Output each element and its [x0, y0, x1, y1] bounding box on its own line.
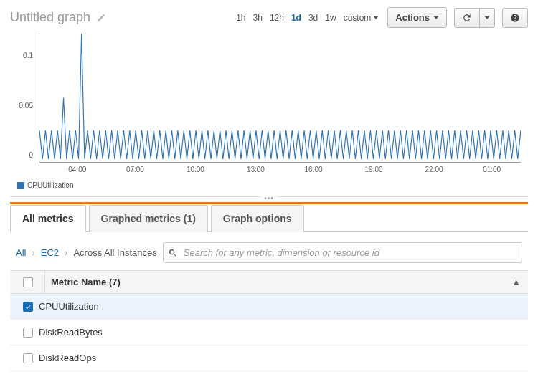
- table-row[interactable]: CPUUtilization: [10, 294, 528, 320]
- legend-swatch: [17, 182, 24, 189]
- y-tick: 0.1: [23, 52, 33, 59]
- x-tick: 16:00: [305, 166, 323, 173]
- range-12h[interactable]: 12h: [270, 13, 284, 23]
- header: Untitled graph 1h 3h 12h 1d 3d 1w custom…: [10, 7, 528, 28]
- y-tick: 0: [29, 151, 33, 159]
- table-header: Metric Name (7) ▲: [10, 271, 528, 294]
- range-1w[interactable]: 1w: [325, 13, 336, 23]
- resize-handle[interactable]: •••: [10, 196, 528, 202]
- refresh-icon: [462, 13, 472, 23]
- caret-down-icon: [484, 16, 490, 19]
- metric-name-cell: DiskReadBytes: [39, 327, 521, 338]
- x-axis: 04:00 07:00 10:00 13:00 16:00 19:00 22:0…: [39, 164, 521, 177]
- help-icon: [510, 13, 520, 23]
- search-input[interactable]: [163, 242, 522, 263]
- refresh-options-button[interactable]: [480, 8, 495, 28]
- range-1h[interactable]: 1h: [236, 13, 245, 23]
- breadcrumb-row: All › EC2 › Across All Instances: [10, 232, 528, 271]
- check-icon: [24, 303, 32, 310]
- breadcrumb-ec2[interactable]: EC2: [41, 247, 59, 258]
- search-icon: [168, 248, 178, 258]
- x-tick: 13:00: [247, 166, 265, 173]
- caret-down-icon: [373, 16, 379, 19]
- chevron-right-icon: ›: [65, 247, 67, 258]
- range-3d[interactable]: 3d: [308, 13, 318, 23]
- tab-graph-options[interactable]: Graph options: [211, 205, 304, 232]
- chart-legend: CPUUtilization: [17, 181, 528, 189]
- range-3h[interactable]: 3h: [253, 13, 263, 23]
- drag-handle-icon: •••: [261, 194, 277, 202]
- x-tick: 22:00: [425, 166, 443, 173]
- caret-down-icon: [433, 16, 439, 19]
- x-tick: 01:00: [483, 166, 501, 173]
- actions-button[interactable]: Actions: [387, 7, 447, 28]
- plot-area[interactable]: [39, 34, 521, 163]
- chart-line: [39, 34, 521, 162]
- refresh-button[interactable]: [454, 8, 480, 28]
- breadcrumb-all[interactable]: All: [16, 247, 26, 258]
- x-tick: 07:00: [126, 166, 144, 173]
- breadcrumb-current: Across All Instances: [73, 247, 156, 258]
- y-axis: 0 0.05 0.1: [10, 34, 36, 163]
- chevron-right-icon: ›: [32, 247, 34, 258]
- range-custom[interactable]: custom: [344, 13, 379, 23]
- x-tick: 04:00: [68, 166, 86, 173]
- sort-asc-icon[interactable]: ▲: [511, 277, 521, 287]
- metric-name-cell: DiskReadOps: [39, 353, 521, 363]
- x-tick: 10:00: [187, 166, 204, 173]
- select-all-checkbox[interactable]: [23, 277, 33, 287]
- table-row[interactable]: DiskReadBytes: [10, 320, 528, 345]
- range-1d[interactable]: 1d: [291, 13, 301, 23]
- table-row[interactable]: DiskReadOps: [10, 345, 528, 371]
- row-checkbox[interactable]: [23, 353, 33, 363]
- x-tick: 19:00: [365, 166, 383, 173]
- time-range-selector: 1h 3h 12h 1d 3d 1w custom: [236, 13, 379, 23]
- metric-name-cell: CPUUtilization: [39, 301, 521, 312]
- tab-all-metrics[interactable]: All metrics: [10, 205, 86, 232]
- legend-label: CPUUtilization: [27, 181, 73, 189]
- column-header-metric-name[interactable]: Metric Name (7): [51, 277, 121, 287]
- edit-title-icon[interactable]: [96, 13, 106, 23]
- help-button[interactable]: [502, 8, 528, 28]
- page-title: Untitled graph: [10, 10, 90, 25]
- row-checkbox[interactable]: [23, 328, 33, 338]
- row-checkbox[interactable]: [23, 302, 33, 312]
- tabs: All metrics Graphed metrics (1) Graph op…: [10, 202, 528, 232]
- chart: 0 0.05 0.1 04:00 07:00 10:00 13:00 16:00…: [10, 34, 521, 177]
- y-tick: 0.05: [19, 101, 33, 109]
- tab-graphed-metrics[interactable]: Graphed metrics (1): [89, 205, 208, 232]
